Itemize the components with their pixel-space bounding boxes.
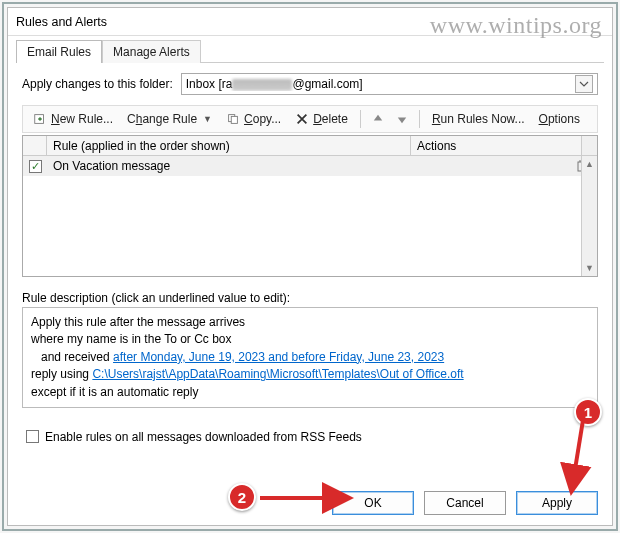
copy-rule-button[interactable]: Copy... Copy... (220, 110, 287, 128)
desc-line-4: reply using C:\Users\rajst\AppData\Roami… (31, 366, 589, 383)
rss-label: Enable rules on all messages downloaded … (45, 430, 362, 444)
options-button[interactable]: Options Options (533, 110, 586, 128)
desc-line-1: Apply this rule after the message arrive… (31, 314, 589, 331)
tab-manage-alerts[interactable]: Manage Alerts (102, 40, 201, 63)
tab-strip: Email Rules Manage Alerts (8, 36, 612, 62)
rule-enabled-checkbox[interactable] (29, 160, 42, 173)
rules-alerts-dialog: Rules and Alerts www.wintips.org Email R… (7, 7, 613, 526)
apply-folder-label: Apply changes to this folder: (22, 77, 173, 91)
col-actions-header[interactable]: Actions (411, 136, 581, 155)
rss-checkbox[interactable] (26, 430, 39, 443)
date-range-link[interactable]: after Monday, June 19, 2023 and before F… (113, 350, 444, 364)
cancel-button[interactable]: Cancel (424, 491, 506, 515)
col-rule-header[interactable]: Rule (applied in the order shown) (47, 136, 411, 155)
template-path-link[interactable]: C:\Users\rajst\AppData\Roaming\Microsoft… (92, 367, 463, 381)
description-label: Rule description (click an underlined va… (22, 291, 598, 305)
delete-icon (295, 112, 309, 126)
move-up-button[interactable] (367, 110, 389, 128)
scroll-up-button[interactable]: ▲ (581, 156, 597, 172)
desc-line-3-prefix: and received (41, 350, 113, 364)
arrow-up-icon (371, 112, 385, 126)
scrollbar-track[interactable] (581, 172, 597, 260)
folder-value: Inbox [ra@gmail.com] (186, 77, 571, 91)
copy-icon (226, 112, 240, 126)
move-down-button[interactable] (391, 110, 413, 128)
redacted-text (232, 79, 292, 91)
desc-line-5: except if it is an automatic reply (31, 384, 589, 401)
dialog-title: Rules and Alerts (16, 15, 107, 29)
callout-2: 2 (228, 483, 256, 511)
dialog-titlebar: Rules and Alerts (8, 8, 612, 36)
rule-name: On Vacation message (47, 159, 427, 173)
folder-dropdown[interactable]: Inbox [ra@gmail.com] (181, 73, 598, 95)
run-rules-button[interactable]: Run Rules Now... Run Rules Now... (426, 110, 531, 128)
scroll-down-button[interactable]: ▼ (581, 260, 597, 276)
tab-email-rules[interactable]: Email Rules (16, 40, 102, 63)
callout-1: 1 (574, 398, 602, 426)
change-rule-button[interactable]: Change Rule▼ Change Rule (121, 110, 218, 128)
dialog-buttons: OK Cancel Apply (332, 491, 598, 515)
rules-grid: Rule (applied in the order shown) Action… (22, 135, 598, 277)
folder-value-prefix: Inbox [ra (186, 77, 233, 91)
desc-line-2: where my name is in the To or Cc box (31, 331, 589, 348)
desc-line-3: and received after Monday, June 19, 2023… (31, 349, 589, 366)
desc-line-4-prefix: reply using (31, 367, 92, 381)
description-box: Apply this rule after the message arrive… (22, 307, 598, 408)
rule-row[interactable]: On Vacation message (23, 156, 597, 176)
col-checkbox (23, 136, 47, 155)
tab-panel-email-rules: Apply changes to this folder: Inbox [ra@… (16, 62, 604, 460)
delete-rule-button[interactable]: Delete Delete (289, 110, 354, 128)
folder-value-suffix: @gmail.com] (292, 77, 362, 91)
ok-button[interactable]: OK (332, 491, 414, 515)
new-rule-button[interactable]: NNew Rule...ew Rule... (27, 110, 119, 128)
arrow-down-icon (395, 112, 409, 126)
apply-button[interactable]: Apply (516, 491, 598, 515)
rules-toolbar: NNew Rule...ew Rule... Change Rule▼ Chan… (22, 105, 598, 133)
new-rule-icon (33, 112, 47, 126)
chevron-down-icon[interactable] (575, 75, 593, 93)
svg-rect-2 (231, 116, 237, 123)
